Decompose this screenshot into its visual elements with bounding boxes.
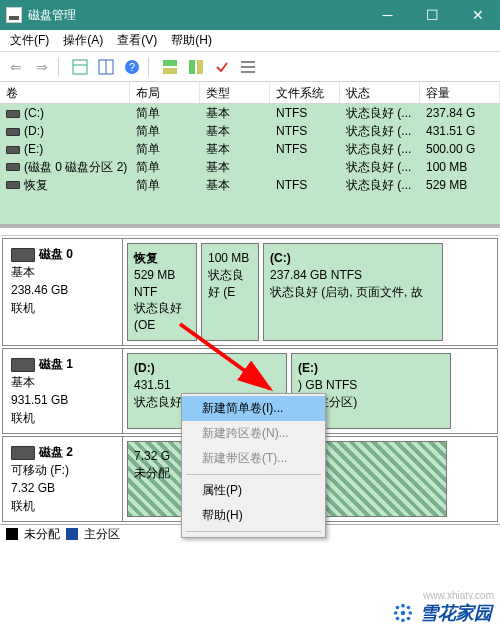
layout2-icon[interactable] [184, 55, 208, 79]
svg-rect-10 [241, 61, 255, 63]
svg-point-15 [401, 619, 405, 623]
window-controls: ─ ☐ ✕ [365, 0, 500, 30]
partition-status: 状态良好 (E [208, 267, 252, 301]
forward-icon[interactable]: ⇒ [30, 55, 54, 79]
disk-name: 磁盘 0 [39, 247, 73, 261]
col-capacity[interactable]: 容量 [420, 82, 500, 103]
col-status[interactable]: 状态 [340, 82, 420, 103]
list-row[interactable]: (磁盘 0 磁盘分区 2) 简单 基本 状态良好 (... 100 MB [0, 158, 500, 176]
window-title: 磁盘管理 [28, 7, 365, 24]
back-icon[interactable]: ⇐ [4, 55, 28, 79]
cell-fs: NTFS [270, 124, 340, 138]
cell-status: 状态良好 (... [340, 177, 420, 194]
separator [58, 57, 64, 77]
cell-type: 基本 [200, 141, 270, 158]
context-menu-item: 新建跨区卷(N)... [182, 421, 325, 446]
svg-rect-0 [73, 60, 87, 74]
svg-point-21 [407, 617, 411, 621]
splitter[interactable] [0, 224, 500, 236]
check-icon[interactable] [210, 55, 234, 79]
cell-fs: NTFS [270, 178, 340, 192]
cell-type: 基本 [200, 123, 270, 140]
disk-info[interactable]: 磁盘 2 可移动 (F:) 7.32 GB 联机 [3, 437, 123, 521]
cell-status: 状态良好 (... [340, 105, 420, 122]
context-menu-separator [186, 531, 321, 532]
svg-rect-8 [189, 60, 195, 74]
context-menu-item[interactable]: 属性(P) [182, 478, 325, 503]
svg-text:?: ? [129, 61, 135, 73]
cell-status: 状态良好 (... [340, 159, 420, 176]
separator [148, 57, 154, 77]
list-row[interactable]: (E:) 简单 基本 NTFS 状态良好 (... 500.00 G [0, 140, 500, 158]
legend-swatch-unallocated [6, 528, 18, 540]
partition-status: 状态良好 (启动, 页面文件, 故 [270, 284, 436, 301]
volume-name: 恢复 [24, 178, 48, 192]
svg-rect-11 [241, 66, 255, 68]
disk-type: 可移动 (F:) [11, 461, 114, 479]
cell-type: 基本 [200, 159, 270, 176]
view1-icon[interactable] [68, 55, 92, 79]
disk-info[interactable]: 磁盘 1 基本 931.51 GB 联机 [3, 349, 123, 433]
titlebar: 磁盘管理 ─ ☐ ✕ [0, 0, 500, 30]
partition[interactable]: (C:) 237.84 GB NTFS 状态良好 (启动, 页面文件, 故 [263, 243, 443, 341]
cell-status: 状态良好 (... [340, 123, 420, 140]
volume-name: (E:) [24, 142, 43, 156]
cell-fs: NTFS [270, 106, 340, 120]
cell-layout: 简单 [130, 159, 200, 176]
help-icon[interactable]: ? [120, 55, 144, 79]
disk-size: 931.51 GB [11, 391, 114, 409]
col-type[interactable]: 类型 [200, 82, 270, 103]
watermark-logo-icon [392, 602, 414, 624]
menu-view[interactable]: 查看(V) [111, 30, 163, 51]
cell-capacity: 237.84 G [420, 106, 500, 120]
cell-status: 状态良好 (... [340, 141, 420, 158]
volume-name: (C:) [24, 106, 44, 120]
svg-rect-7 [163, 68, 177, 74]
context-menu-item[interactable]: 帮助(H) [182, 503, 325, 528]
list-header: 卷 布局 类型 文件系统 状态 容量 [0, 82, 500, 104]
disk-state: 联机 [11, 409, 114, 427]
cell-layout: 简单 [130, 177, 200, 194]
cell-layout: 简单 [130, 123, 200, 140]
cell-type: 基本 [200, 177, 270, 194]
list-row[interactable]: (C:) 简单 基本 NTFS 状态良好 (... 237.84 G [0, 104, 500, 122]
menu-action[interactable]: 操作(A) [57, 30, 109, 51]
list-row[interactable]: (D:) 简单 基本 NTFS 状态良好 (... 431.51 G [0, 122, 500, 140]
context-menu-item[interactable]: 新建简单卷(I)... [182, 396, 325, 421]
volume-icon [6, 146, 20, 154]
svg-point-17 [409, 611, 413, 615]
svg-rect-9 [197, 60, 203, 74]
cell-layout: 简单 [130, 141, 200, 158]
partition-size: 100 MB [208, 250, 252, 267]
disk-size: 7.32 GB [11, 479, 114, 497]
volume-icon [6, 163, 20, 171]
close-button[interactable]: ✕ [455, 0, 500, 30]
list-row[interactable]: 恢复 简单 基本 NTFS 状态良好 (... 529 MB [0, 176, 500, 194]
disk-state: 联机 [11, 299, 114, 317]
svg-point-18 [396, 606, 400, 610]
view2-icon[interactable] [94, 55, 118, 79]
cell-capacity: 431.51 G [420, 124, 500, 138]
layout1-icon[interactable] [158, 55, 182, 79]
disk-name: 磁盘 2 [39, 445, 73, 459]
svg-line-13 [180, 324, 270, 389]
disk-info[interactable]: 磁盘 0 基本 238.46 GB 联机 [3, 239, 123, 345]
list-icon[interactable] [236, 55, 260, 79]
col-layout[interactable]: 布局 [130, 82, 200, 103]
volume-icon [6, 128, 20, 136]
context-menu: 新建简单卷(I)...新建跨区卷(N)...新建带区卷(T)...属性(P)帮助… [181, 393, 326, 538]
menu-file[interactable]: 文件(F) [4, 30, 55, 51]
disk-size: 238.46 GB [11, 281, 114, 299]
col-fs[interactable]: 文件系统 [270, 82, 340, 103]
svg-point-16 [394, 611, 398, 615]
volume-name: (D:) [24, 124, 44, 138]
svg-point-14 [401, 604, 405, 608]
menu-help[interactable]: 帮助(H) [165, 30, 218, 51]
disk-icon [11, 446, 35, 460]
minimize-button[interactable]: ─ [365, 0, 410, 30]
svg-rect-6 [163, 60, 177, 66]
svg-point-19 [407, 606, 411, 610]
disk-icon [11, 248, 35, 262]
col-volume[interactable]: 卷 [0, 82, 130, 103]
maximize-button[interactable]: ☐ [410, 0, 455, 30]
